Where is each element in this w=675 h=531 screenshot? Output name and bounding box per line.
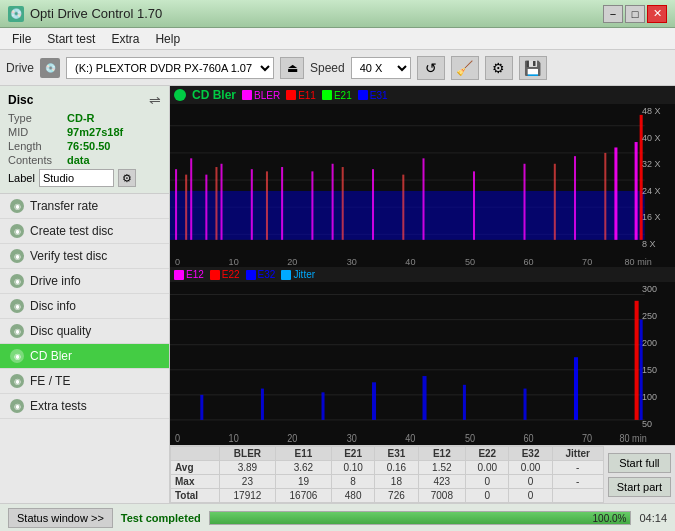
status-window-button[interactable]: Status window >> <box>8 508 113 528</box>
svg-text:0: 0 <box>175 256 180 267</box>
e11-label: E11 <box>298 90 316 101</box>
col-header-empty <box>171 447 220 461</box>
svg-rect-38 <box>604 153 606 240</box>
title-bar-controls: − □ ✕ <box>603 5 667 23</box>
y2-label-100: 100 <box>642 392 673 402</box>
svg-rect-36 <box>402 175 404 240</box>
total-e12: 7008 <box>418 489 466 503</box>
label-input[interactable] <box>39 169 114 187</box>
total-e11: 16706 <box>275 489 331 503</box>
menu-extra[interactable]: Extra <box>103 30 147 48</box>
sidebar-item-create-test-disc[interactable]: ◉ Create test disc <box>0 219 169 244</box>
svg-rect-22 <box>311 171 313 239</box>
eject-button[interactable]: ⏏ <box>280 57 304 79</box>
sidebar-item-disc-quality[interactable]: ◉ Disc quality <box>0 319 169 344</box>
svg-rect-32 <box>185 175 187 240</box>
e21-color <box>322 90 332 100</box>
sidebar-item-label: Disc quality <box>30 324 91 338</box>
svg-rect-56 <box>261 389 264 420</box>
minimize-button[interactable]: − <box>603 5 623 23</box>
drive-info-icon: ◉ <box>10 274 24 288</box>
avg-e22: 0.00 <box>466 461 509 475</box>
svg-rect-20 <box>251 169 253 240</box>
sidebar-item-disc-info[interactable]: ◉ Disc info <box>0 294 169 319</box>
time-display: 04:14 <box>639 512 667 524</box>
sidebar-item-label: FE / TE <box>30 374 70 388</box>
svg-text:70: 70 <box>582 433 592 445</box>
svg-rect-55 <box>200 395 203 420</box>
save-button[interactable]: 💾 <box>519 56 547 80</box>
col-header-e12: E12 <box>418 447 466 461</box>
maximize-button[interactable]: □ <box>625 5 645 23</box>
svg-rect-17 <box>190 158 192 240</box>
menu-file[interactable]: File <box>4 30 39 48</box>
y-label-40x: 40 X <box>642 133 673 143</box>
start-full-button[interactable]: Start full <box>608 453 671 473</box>
sidebar-item-transfer-rate[interactable]: ◉ Transfer rate <box>0 194 169 219</box>
sidebar-item-cd-bler[interactable]: ◉ CD Bler <box>0 344 169 369</box>
svg-rect-59 <box>423 376 427 420</box>
total-bler: 17912 <box>219 489 275 503</box>
svg-rect-60 <box>463 385 466 420</box>
start-part-button[interactable]: Start part <box>608 477 671 497</box>
svg-rect-33 <box>215 167 217 240</box>
chart1-title: CD Bler <box>192 88 236 102</box>
col-header-e31: E31 <box>375 447 418 461</box>
avg-jitter: - <box>552 461 603 475</box>
length-value: 76:50.50 <box>67 140 110 152</box>
avg-e12: 1.52 <box>418 461 466 475</box>
col-header-jitter: Jitter <box>552 447 603 461</box>
sidebar-item-label: Extra tests <box>30 399 87 413</box>
menu-help[interactable]: Help <box>147 30 188 48</box>
transfer-rate-icon: ◉ <box>10 199 24 213</box>
max-label: Max <box>171 475 220 489</box>
mid-label: MID <box>8 126 63 138</box>
y2-label-250: 250 <box>642 311 673 321</box>
type-label: Type <box>8 112 63 124</box>
sidebar-item-fe-te[interactable]: ◉ FE / TE <box>0 369 169 394</box>
menu-start-test[interactable]: Start test <box>39 30 103 48</box>
svg-rect-39 <box>170 282 675 445</box>
svg-rect-61 <box>524 389 527 420</box>
sidebar-item-extra-tests[interactable]: ◉ Extra tests <box>0 394 169 419</box>
col-header-bler: BLER <box>219 447 275 461</box>
max-e22: 0 <box>466 475 509 489</box>
refresh-button[interactable]: ↺ <box>417 56 445 80</box>
sidebar-item-verify-test-disc[interactable]: ◉ Verify test disc <box>0 244 169 269</box>
disc-quality-icon: ◉ <box>10 324 24 338</box>
erase-button[interactable]: 🧹 <box>451 56 479 80</box>
toolbar: Drive 💿 (K:) PLEXTOR DVDR PX-760A 1.07 ⏏… <box>0 50 675 86</box>
disc-panel-title: Disc <box>8 93 33 107</box>
app-icon: 💿 <box>8 6 24 22</box>
sidebar: Disc ⇌ Type CD-R MID 97m27s18f Length 76… <box>0 86 170 503</box>
e12-label: E12 <box>186 269 204 280</box>
sidebar-item-label: Create test disc <box>30 224 113 238</box>
total-jitter <box>552 489 603 503</box>
speed-select[interactable]: 40 X <box>351 57 411 79</box>
y-label-16x: 16 X <box>642 212 673 222</box>
sidebar-item-label: CD Bler <box>30 349 72 363</box>
svg-text:70: 70 <box>582 256 592 267</box>
svg-rect-24 <box>372 169 374 240</box>
svg-text:20: 20 <box>287 433 297 445</box>
disc-panel-arrows[interactable]: ⇌ <box>149 92 161 108</box>
title-bar: 💿 Opti Drive Control 1.70 − □ ✕ <box>0 0 675 28</box>
sidebar-item-drive-info[interactable]: ◉ Drive info <box>0 269 169 294</box>
progress-bar-container: 100.0% <box>209 511 632 525</box>
status-text: Test completed <box>121 512 201 524</box>
svg-text:30: 30 <box>347 433 357 445</box>
svg-text:50: 50 <box>465 256 475 267</box>
y2-label-50: 50 <box>642 419 673 429</box>
svg-text:40: 40 <box>405 433 415 445</box>
label-icon[interactable]: ⚙ <box>118 169 136 187</box>
svg-text:20: 20 <box>287 256 297 267</box>
disc-panel: Disc ⇌ Type CD-R MID 97m27s18f Length 76… <box>0 86 169 194</box>
svg-rect-63 <box>635 301 639 420</box>
close-button[interactable]: ✕ <box>647 5 667 23</box>
settings-button[interactable]: ⚙ <box>485 56 513 80</box>
drive-select[interactable]: (K:) PLEXTOR DVDR PX-760A 1.07 <box>66 57 274 79</box>
legend-bler: BLER <box>242 90 280 101</box>
sidebar-item-label: Disc info <box>30 299 76 313</box>
max-bler: 23 <box>219 475 275 489</box>
jitter-label: Jitter <box>293 269 315 280</box>
